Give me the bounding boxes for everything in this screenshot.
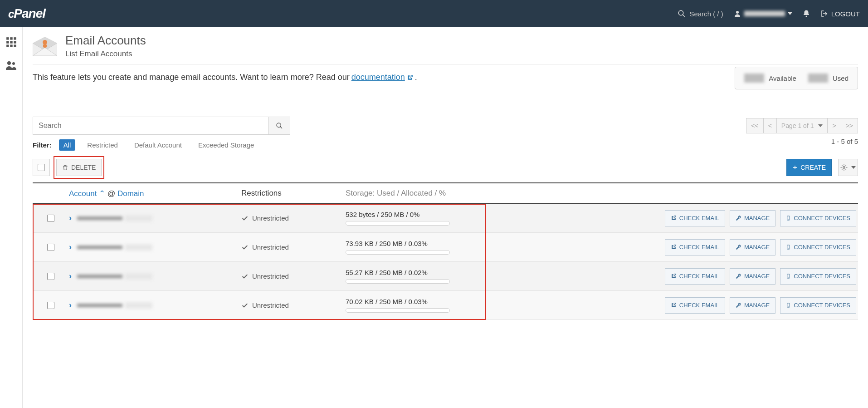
logout-icon [820,10,829,18]
filter-all[interactable]: All [59,139,76,151]
left-sidebar [0,27,23,408]
username-redacted [744,11,785,16]
email-icon [33,37,57,56]
wrench-icon [736,273,741,279]
wrench-icon [736,302,741,308]
page-header: Email Accounts List Email Accounts [33,34,858,64]
filter-restricted[interactable]: Restricted [83,139,122,151]
brand-logo: ccPanelPanel [8,6,45,21]
notifications[interactable] [802,9,810,18]
check-email-button[interactable]: CHECK EMAIL [665,297,725,314]
storage-cell: 70.02 KB / 250 MB / 0.03% [346,298,500,313]
quota-stats: Available Used [735,67,858,89]
filter-default[interactable]: Default Account [130,139,186,151]
page-last[interactable]: >> [841,118,858,133]
select-all-checkbox[interactable] [33,159,50,176]
svg-rect-10 [6,44,9,47]
expand-row-icon[interactable]: › [69,300,72,310]
plus-icon [792,165,798,170]
account-redacted [77,302,152,309]
open-icon [671,215,677,221]
account-redacted [77,215,152,221]
svg-rect-5 [10,37,12,39]
check-email-button[interactable]: CHECK EMAIL [665,210,725,226]
page-title: Email Accounts [65,34,146,48]
connect-devices-button[interactable]: CONNECT DEVICES [780,210,856,226]
expand-row-icon[interactable]: › [69,242,72,252]
manage-button[interactable]: MANAGE [730,297,775,314]
connect-devices-button[interactable]: CONNECT DEVICES [780,239,856,256]
table-row: › Unrestricted 532 bytes / 250 MB / 0% C… [33,204,858,233]
row-checkbox[interactable] [47,244,54,251]
main-content: Email Accounts List Email Accounts This … [23,27,868,408]
svg-point-18 [43,40,47,44]
search-button[interactable] [268,117,290,135]
storage-meter [346,221,450,226]
open-icon [671,273,677,279]
search-box [33,117,290,135]
storage-cell: 55.27 KB / 250 MB / 0.02% [346,269,500,284]
svg-rect-8 [10,41,12,43]
manage-button[interactable]: MANAGE [730,268,775,285]
global-search[interactable]: Search ( / ) [678,10,723,18]
manage-button[interactable]: MANAGE [730,210,775,226]
connect-devices-button[interactable]: CONNECT DEVICES [780,297,856,314]
bell-icon [802,9,810,18]
user-icon [733,10,741,18]
row-checkbox[interactable] [47,302,54,309]
manage-button[interactable]: MANAGE [730,239,775,256]
account-redacted [77,244,152,251]
page-next[interactable]: > [827,118,841,133]
svg-point-22 [843,167,845,168]
logout-button[interactable]: LOGOUT [820,10,860,18]
chevron-down-icon [788,12,792,15]
storage-meter [346,279,450,284]
table-row: › Unrestricted 73.93 KB / 250 MB / 0.03%… [33,233,858,262]
account-redacted [77,273,152,280]
restriction-cell: Unrestricted [241,243,346,251]
check-email-button[interactable]: CHECK EMAIL [665,239,725,256]
page-subtitle: List Email Accounts [65,49,146,59]
svg-point-30 [788,306,789,307]
svg-point-24 [788,219,789,220]
page-prev[interactable]: < [763,118,777,133]
row-checkbox[interactable] [47,273,54,280]
settings-button[interactable] [838,159,858,176]
users-icon[interactable] [5,60,18,71]
check-icon [241,273,249,280]
check-email-button[interactable]: CHECK EMAIL [665,268,725,285]
col-account[interactable]: Account ⌃ @ Domain [69,189,241,198]
available-count-redacted [744,74,764,83]
col-storage: Storage: Used / Allocated / % [346,189,500,198]
restriction-cell: Unrestricted [241,301,346,309]
result-count: 1 - 5 of 5 [831,138,858,145]
table-row: › Unrestricted 70.02 KB / 250 MB / 0.03%… [33,291,858,320]
connect-devices-button[interactable]: CONNECT DEVICES [780,268,856,285]
expand-row-icon[interactable]: › [69,213,72,223]
table-body: › Unrestricted 532 bytes / 250 MB / 0% C… [33,204,858,320]
storage-meter [346,308,450,313]
svg-rect-9 [14,41,16,43]
filter-row: Filter: All Restricted Default Account E… [33,139,258,151]
search-icon [276,122,283,129]
external-link-icon [407,74,413,81]
restriction-cell: Unrestricted [241,272,346,280]
table-row: › Unrestricted 55.27 KB / 250 MB / 0.02%… [33,262,858,291]
row-checkbox[interactable] [47,215,54,222]
trash-icon [62,164,68,171]
svg-point-13 [7,61,11,65]
delete-button[interactable]: DELETE [56,159,102,176]
page-first[interactable]: << [746,118,763,133]
open-icon [671,302,677,308]
create-button[interactable]: CREATE [786,159,832,176]
filter-exceeded[interactable]: Exceeded Storage [194,139,258,151]
svg-rect-7 [6,41,9,43]
table-header: Account ⌃ @ Domain Restrictions Storage:… [33,183,858,204]
documentation-link[interactable]: documentation [351,73,405,82]
apps-grid-icon[interactable] [5,36,17,48]
search-input[interactable] [33,117,268,135]
user-menu[interactable] [733,10,792,18]
check-icon [241,244,249,251]
page-indicator[interactable]: Page 1 of 1 [776,118,828,133]
expand-row-icon[interactable]: › [69,271,72,281]
